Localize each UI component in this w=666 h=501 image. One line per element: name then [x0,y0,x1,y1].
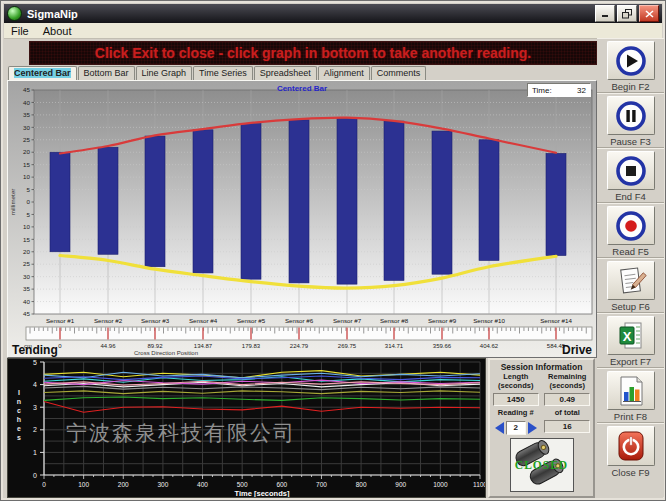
nip-state-badge: CLOSED [511,439,573,491]
control-sidebar: Begin F2 Pause F3 End F4 Read F5 [597,38,664,497]
maximize-button[interactable] [617,5,637,22]
app-icon [7,6,22,21]
reading-prev-arrow[interactable] [495,422,504,434]
reading-number-field[interactable]: 2 [506,421,526,435]
svg-text:Sensor #4: Sensor #4 [189,317,218,324]
app-window: SigmaNip File About Click Exit to close … [0,0,666,501]
svg-text:25: 25 [23,136,30,143]
svg-text:45: 45 [23,310,30,317]
svg-text:30: 30 [23,273,30,280]
time-series-svg: 012345Inches0100200300400500600700800900… [8,359,485,497]
remaining-label: Remaining (seconds) [543,373,591,390]
menu-file[interactable]: File [4,25,36,37]
svg-text:h: h [17,416,21,423]
svg-text:5: 5 [27,211,31,218]
svg-text:Sensor #5: Sensor #5 [237,317,266,324]
svg-text:5: 5 [27,186,31,193]
export-button[interactable]: X Export F7 [597,313,664,368]
drive-side-label: Drive [562,343,592,357]
svg-text:Cross Direction Position: Cross Direction Position [134,350,198,356]
tab-comments[interactable]: Comments [371,66,427,80]
svg-text:c: c [17,407,21,414]
time-label: Time: [532,86,552,95]
svg-text:35: 35 [23,111,30,118]
remaining-value: 0.49 [544,393,590,406]
svg-text:0: 0 [27,198,31,205]
print-button[interactable]: Print F8 [597,368,664,423]
close-f9-button[interactable]: Close F9 [597,423,664,478]
minimize-icon [601,9,610,18]
svg-text:I: I [18,389,20,396]
svg-text:30: 30 [23,124,30,131]
nip-rollers-image: CLOSED [510,438,574,492]
svg-text:Sensor #1: Sensor #1 [46,317,75,324]
tab-line-graph[interactable]: Line Graph [136,66,193,80]
svg-text:1: 1 [33,449,37,456]
menu-about[interactable]: About [36,25,79,37]
svg-text:600: 600 [276,481,287,488]
svg-text:Sensor #7: Sensor #7 [333,317,362,324]
time-series-graph[interactable]: 012345Inches0100200300400500600700800900… [7,358,486,498]
play-icon [614,45,648,77]
begin-button[interactable]: Begin F2 [597,38,664,93]
window-title: SigmaNip [27,8,78,20]
svg-text:20: 20 [23,148,30,155]
svg-text:Time [seconds]: Time [seconds] [235,489,290,497]
svg-text:25: 25 [23,260,30,267]
svg-text:1000: 1000 [433,481,448,488]
tab-spreadsheet[interactable]: Spreadsheet [254,66,317,80]
svg-text:e: e [17,425,21,432]
svg-text:40: 40 [23,298,30,305]
centered-bar-panel: 45403530252015105051015202530354045milli… [7,80,597,358]
tab-time-series[interactable]: Time Series [193,66,253,80]
tab-centered-bar[interactable]: Centered Bar [8,66,77,80]
tab-bottom-bar[interactable]: Bottom Bar [78,66,135,80]
read-button[interactable]: Read F5 [597,203,664,258]
total-readings-value: 16 [544,420,590,433]
chart-tabs: Centered Bar Bottom Bar Line Graph Time … [8,65,427,80]
svg-text:314.71: 314.71 [385,343,404,349]
svg-text:10: 10 [23,223,30,230]
chart-doc-icon [614,375,648,407]
svg-text:Sensor #3: Sensor #3 [141,317,170,324]
record-icon [614,210,648,242]
reading-label: Reading # [492,409,540,418]
chart-title: Centered Bar [8,84,596,93]
minimize-button[interactable] [595,5,615,22]
svg-text:X: X [622,328,631,343]
svg-text:359.66: 359.66 [433,343,452,349]
power-icon [614,430,648,462]
stop-icon [614,155,648,187]
tab-alignment[interactable]: Alignment [318,66,370,80]
time-field[interactable]: Time: 32 [527,83,591,97]
end-button[interactable]: End F4 [597,148,664,203]
svg-text:40: 40 [23,99,30,106]
svg-text:404.62: 404.62 [480,343,499,349]
banner-text: Click Exit to close - click graph in bot… [95,45,531,61]
setup-button[interactable]: Setup F6 [597,258,664,313]
svg-text:900: 900 [395,481,406,488]
close-icon [645,10,654,18]
svg-text:2: 2 [33,426,37,433]
svg-text:500: 500 [237,481,248,488]
svg-text:179.83: 179.83 [242,343,261,349]
svg-text:15: 15 [23,161,30,168]
checklist-icon [614,265,648,297]
svg-text:Sensor #10: Sensor #10 [473,317,505,324]
pause-button[interactable]: Pause F3 [597,93,664,148]
svg-text:0: 0 [33,472,37,479]
svg-text:5: 5 [33,359,37,366]
restore-icon [622,9,632,19]
title-bar: SigmaNip [4,4,662,23]
session-title: Session Information [490,362,593,372]
excel-icon: X [614,320,648,352]
svg-text:millimeter: millimeter [9,189,16,215]
main-bar-chart: 45403530252015105051015202530354045milli… [8,81,594,355]
pause-icon [614,100,648,132]
svg-text:800: 800 [356,481,367,488]
close-button[interactable] [639,5,659,22]
svg-text:89.92: 89.92 [147,343,163,349]
length-label: Length (seconds) [492,373,540,390]
svg-text:200: 200 [118,481,129,488]
reading-next-arrow[interactable] [528,422,537,434]
